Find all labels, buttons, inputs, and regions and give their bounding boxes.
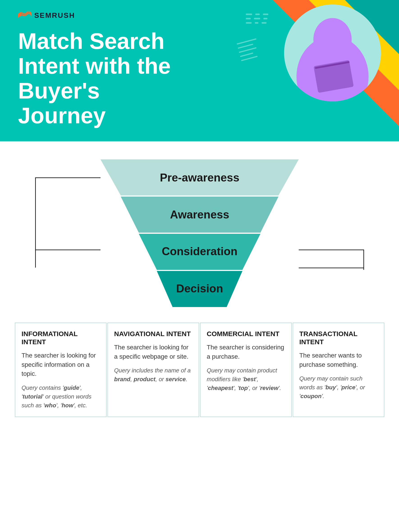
intent-column-informational: INFORMATIONAL INTENT The searcher is loo… xyxy=(15,323,106,417)
commercial-query: Query may contain product modifiers like… xyxy=(207,366,285,393)
funnel-svg: Pre-awareness Awareness Consideration De… xyxy=(100,159,299,313)
intent-column-transactional: TRANSACTIONAL INTENT The searcher wants … xyxy=(293,323,384,417)
navigational-desc: The searcher is looking for a specific w… xyxy=(114,343,192,361)
dots-grid xyxy=(246,13,268,26)
transactional-header: TRANSACTIONAL INTENT xyxy=(299,330,378,346)
svg-point-2 xyxy=(313,18,352,61)
semrush-logo-icon xyxy=(18,12,31,20)
header-section: semrush xyxy=(0,0,399,141)
informational-desc: The searcher is looking for specific inf… xyxy=(22,351,100,379)
funnel-wrapper: Pre-awareness Awareness Consideration De… xyxy=(100,159,299,314)
title-line1: Match Search xyxy=(18,28,164,54)
svg-point-0 xyxy=(18,13,22,16)
funnel-label-consideration: Consideration xyxy=(162,245,237,258)
informational-query: Query contains 'guide', 'tutorial' or qu… xyxy=(22,383,100,410)
commercial-desc: The searcher is considering a purchase. xyxy=(207,343,285,361)
intent-column-commercial: COMMERCIAL INTENT The searcher is consid… xyxy=(200,323,292,417)
title-line2: Intent with the xyxy=(18,53,171,78)
intent-grid: INFORMATIONAL INTENT The searcher is loo… xyxy=(15,323,384,417)
commercial-header: COMMERCIAL INTENT xyxy=(207,330,285,338)
transactional-query: Query may contain such words as 'buy', '… xyxy=(299,374,378,401)
intent-column-navigational: NAVIGATIONAL INTENT The searcher is look… xyxy=(107,323,199,417)
navigational-header: NAVIGATIONAL INTENT xyxy=(114,330,192,338)
transactional-desc: The searcher wants to purchase something… xyxy=(299,351,378,369)
funnel-label-awareness: Awareness xyxy=(170,208,229,221)
funnel-label-pre-awareness: Pre-awareness xyxy=(160,171,239,184)
navigational-query: Query includes the name of a brand, prod… xyxy=(114,366,192,384)
main-section: Pre-awareness Awareness Consideration De… xyxy=(0,141,399,431)
funnel-label-decision: Decision xyxy=(176,282,223,295)
left-bracket-top xyxy=(35,177,100,250)
informational-header: INFORMATIONAL INTENT xyxy=(22,330,100,346)
full-layout: Pre-awareness Awareness Consideration De… xyxy=(15,159,384,417)
person-silhouette xyxy=(284,5,381,101)
logo-brand-text: semrush xyxy=(34,11,75,20)
title-line3: Buyer's Journey xyxy=(18,78,106,128)
left-bracket-bottom xyxy=(35,250,100,268)
right-bracket-commercial xyxy=(299,250,364,270)
person-circle xyxy=(284,5,381,101)
